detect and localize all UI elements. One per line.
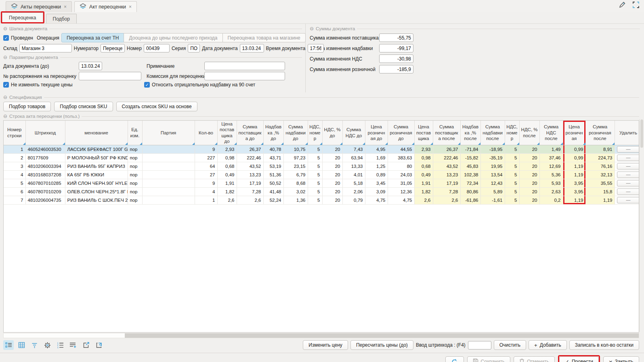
table-cell[interactable]: 80,86 xyxy=(460,187,480,196)
column-header[interactable]: НДС, % после xyxy=(519,121,539,145)
negative-markup-checkbox[interactable]: ✓ xyxy=(144,82,150,88)
table-cell[interactable] xyxy=(142,170,195,179)
table-row[interactable]: 34810206003394РИЗ ВАНИЛЬ 95Г КАПРИЗпор64… xyxy=(4,162,639,170)
table-cell[interactable]: 20 xyxy=(519,153,539,162)
table-cell[interactable]: 10,75 xyxy=(283,145,308,153)
table-cell[interactable]: 5 xyxy=(505,145,519,153)
table-cell[interactable]: 5 xyxy=(505,196,519,204)
table-cell[interactable]: 2,6 xyxy=(237,196,263,204)
table-cell[interactable]: 7 xyxy=(4,196,25,204)
table-cell[interactable]: 2,93 xyxy=(217,145,237,153)
table-cell[interactable]: 5 xyxy=(505,153,519,162)
date-to-field[interactable] xyxy=(79,62,102,70)
column-header[interactable]: НДС, номер xyxy=(505,121,519,145)
note-field[interactable] xyxy=(204,62,285,70)
table-cell[interactable]: 1,19 xyxy=(563,196,585,204)
table-cell[interactable]: 0,99 xyxy=(563,145,585,153)
collapse-icon[interactable]: ⊖ xyxy=(3,113,7,119)
order-number-field[interactable] xyxy=(79,72,141,80)
table-cell[interactable]: 5 xyxy=(505,179,519,187)
save-button[interactable]: Сохранить xyxy=(467,356,511,362)
table-cell[interactable]: 3,95 xyxy=(563,187,585,196)
table-cell[interactable]: 31,05 xyxy=(388,179,414,187)
table-cell[interactable]: 41,48 xyxy=(263,187,283,196)
table-cell[interactable]: 20 xyxy=(322,162,342,170)
table-cell[interactable]: 7,28 xyxy=(433,187,460,196)
table-cell[interactable]: 5 xyxy=(308,170,322,179)
column-header[interactable]: Цена розничная xyxy=(563,121,585,145)
column-header[interactable]: НДС, % до xyxy=(322,121,342,145)
table-cell[interactable]: 0,98 xyxy=(414,153,433,162)
table-cell[interactable]: 44,55 xyxy=(388,145,414,153)
table-cell[interactable]: 26,37 xyxy=(237,145,263,153)
table-cell[interactable]: 2,93 xyxy=(414,145,433,153)
sum-retail-field[interactable] xyxy=(379,65,413,73)
table-cell[interactable]: 12,69 xyxy=(539,162,563,170)
table-cell[interactable]: 4607807010209 xyxy=(25,187,65,196)
column-header[interactable]: Ед. изм. xyxy=(128,121,142,145)
op-button-revaluation-tn[interactable]: Переоценка за счет ТН xyxy=(61,33,124,42)
select-goods-button[interactable]: Подбор товаров xyxy=(3,102,51,111)
doc-date-field[interactable] xyxy=(240,44,264,52)
table-cell[interactable]: 3,95 xyxy=(563,179,585,187)
table-cell[interactable]: 1,19 xyxy=(563,162,585,170)
list-view-icon[interactable] xyxy=(3,340,14,350)
table-cell[interactable]: 383,63 xyxy=(388,153,414,162)
table-cell[interactable]: 3 xyxy=(4,162,25,170)
post-button[interactable]: ✓ Провести xyxy=(559,356,599,362)
table-cell[interactable]: 4605246003530 xyxy=(25,145,65,153)
column-header[interactable]: Надбавка ,% до xyxy=(263,121,283,145)
table-row[interactable]: 64607807010209ОЛЕВ.СЛОН ЧЕРН.25*1.8Г HYп… xyxy=(4,187,639,196)
add-rows-icon[interactable] xyxy=(68,340,78,350)
numerator-field[interactable] xyxy=(101,44,125,52)
table-cell[interactable]: КИЙ СЛОН ЧЕРН.90Г HYLEYS xyxy=(65,179,128,187)
table-cell[interactable]: 5 xyxy=(4,179,25,187)
table-cell[interactable]: пор xyxy=(128,170,142,179)
table-cell[interactable]: 19,95 xyxy=(480,162,505,170)
table-cell[interactable] xyxy=(142,179,195,187)
table-cell[interactable]: 17,19 xyxy=(433,179,460,187)
table-cell[interactable]: 64 xyxy=(195,162,217,170)
table-cell[interactable]: 0,68 xyxy=(217,162,237,170)
delete-row-button[interactable]: — xyxy=(617,180,640,186)
table-cell[interactable]: ЛАССИК БРЕКФАСТ 100Г GRE xyxy=(65,145,128,153)
column-header[interactable]: Удалить xyxy=(615,121,639,145)
table-cell[interactable]: 20 xyxy=(519,162,539,170)
table-row[interactable]: 14605246003530ЛАССИК БРЕКФАСТ 100Г GREпо… xyxy=(4,145,639,153)
table-cell[interactable]: 53,19 xyxy=(263,162,283,170)
recalc-prices-button[interactable]: Пересчитать цены (до) xyxy=(350,340,413,350)
column-header[interactable]: Надбавка ,% после xyxy=(460,121,480,145)
barcode-input[interactable] xyxy=(468,341,491,349)
table-cell[interactable]: 45,83 xyxy=(460,162,480,170)
column-header[interactable]: Сумма розничная до xyxy=(388,121,414,145)
table-cell[interactable]: 3,09 xyxy=(365,187,388,196)
delete-row-button[interactable]: — xyxy=(617,146,640,153)
scrollbar-thumb[interactable] xyxy=(125,333,639,338)
table-cell[interactable]: 0,68 xyxy=(414,162,433,170)
table-cell[interactable]: 5 xyxy=(308,145,322,153)
collapse-icon[interactable]: ⊖ xyxy=(310,26,314,31)
table-cell[interactable]: пор xyxy=(128,196,142,204)
table-cell[interactable]: 0,99 xyxy=(563,153,585,162)
column-header[interactable]: Сумма НДС после xyxy=(539,121,563,145)
tab-close-icon[interactable]: × xyxy=(64,4,67,10)
numbered-list-icon[interactable]: 123 xyxy=(55,340,65,350)
table-cell[interactable]: 9 xyxy=(195,179,217,187)
refresh-button[interactable] xyxy=(445,356,464,362)
table-cell[interactable]: 5 xyxy=(308,153,322,162)
write-to-stock-button[interactable]: Записать в кол-во остатки xyxy=(569,340,639,350)
column-header[interactable]: Партия xyxy=(142,121,195,145)
table-cell[interactable]: 222,46 xyxy=(433,153,460,162)
table-cell[interactable]: 4607807010285 xyxy=(25,179,65,187)
table-cell[interactable]: 4,95 xyxy=(365,145,388,153)
collapse-icon[interactable]: ⊖ xyxy=(3,94,7,100)
table-row[interactable]: 54607807010285КИЙ СЛОН ЧЕРН.90Г HYLEYSпо… xyxy=(4,179,639,187)
settings-gear-icon[interactable] xyxy=(42,340,52,350)
table-cell[interactable]: 5 xyxy=(308,187,322,196)
sum-supplier-field[interactable] xyxy=(379,33,413,42)
column-header[interactable]: менование xyxy=(65,121,128,145)
column-header[interactable]: НДС, номер xyxy=(308,121,322,145)
table-cell[interactable]: 20 xyxy=(519,170,539,179)
table-cell[interactable] xyxy=(142,153,195,162)
table-cell[interactable]: 13,23 xyxy=(433,170,460,179)
